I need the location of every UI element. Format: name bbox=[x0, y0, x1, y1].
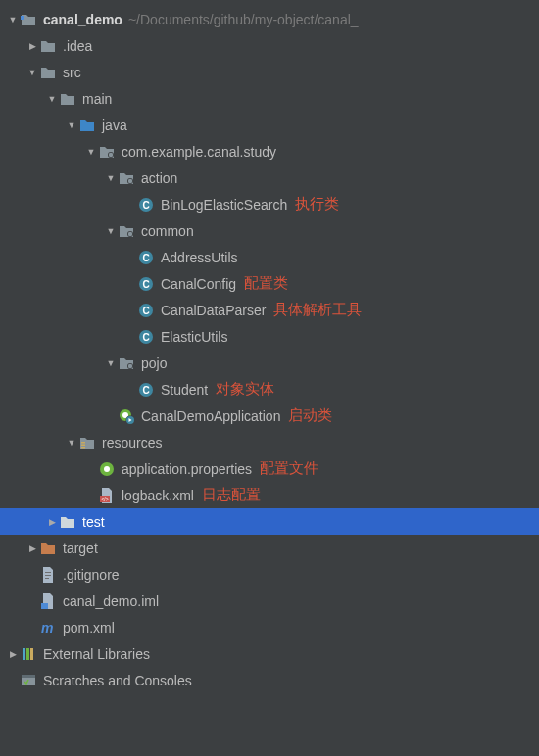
label: CanalConfig bbox=[161, 276, 236, 292]
label: target bbox=[63, 541, 98, 556]
chevron-right-icon[interactable]: ▶ bbox=[25, 41, 39, 51]
tree-row-scratches[interactable]: · Scratches and Consoles bbox=[0, 667, 539, 693]
label: common bbox=[141, 223, 194, 239]
chevron-down-icon[interactable]: ▼ bbox=[104, 358, 118, 368]
chevron-right-icon[interactable]: ▶ bbox=[25, 543, 39, 553]
tree-row-src[interactable]: ▼ src bbox=[0, 59, 539, 85]
svg-point-8 bbox=[128, 231, 132, 235]
tree-row-test[interactable]: ▶ test bbox=[0, 508, 539, 535]
label: ElasticUtils bbox=[161, 329, 227, 345]
class-icon: C bbox=[137, 275, 155, 293]
package-icon bbox=[118, 354, 135, 372]
chevron-down-icon[interactable]: ▼ bbox=[84, 147, 98, 157]
xml-file-icon: </> bbox=[98, 487, 116, 504]
label: Scratches and Consoles bbox=[43, 673, 192, 688]
svg-rect-25 bbox=[81, 444, 85, 446]
libraries-icon bbox=[20, 645, 37, 663]
tree-row-canalconfig[interactable]: · C CanalConfig 配置类 bbox=[0, 270, 539, 297]
tree-row-elasticutils[interactable]: · C ElasticUtils bbox=[0, 323, 539, 350]
annotation: 执行类 bbox=[295, 195, 339, 213]
folder-resources-icon bbox=[78, 434, 96, 451]
folder-excluded-icon bbox=[39, 540, 57, 557]
annotation: 对象实体 bbox=[216, 380, 274, 399]
tree-row-gitignore[interactable]: · .gitignore bbox=[0, 561, 539, 588]
tree-row-pom[interactable]: · m pom.xml bbox=[0, 614, 539, 640]
tree-row-pojo[interactable]: ▼ pojo bbox=[0, 350, 539, 376]
class-icon: C bbox=[137, 328, 155, 346]
folder-source-icon bbox=[78, 117, 96, 134]
svg-rect-36 bbox=[26, 648, 29, 660]
folder-icon bbox=[59, 513, 76, 531]
svg-rect-30 bbox=[45, 572, 51, 573]
label: External Libraries bbox=[43, 646, 150, 662]
label: pom.xml bbox=[63, 620, 115, 636]
label: com.example.canal.study bbox=[122, 144, 276, 160]
tree-row-student[interactable]: · C Student 对象实体 bbox=[0, 376, 539, 402]
tree-row-target[interactable]: ▶ target bbox=[0, 535, 539, 561]
label: src bbox=[63, 65, 81, 80]
svg-text:C: C bbox=[142, 200, 149, 211]
tree-row-java[interactable]: ▼ java bbox=[0, 112, 539, 138]
folder-icon bbox=[39, 37, 57, 55]
svg-text:</>: </> bbox=[101, 496, 108, 502]
tree-row-binlog[interactable]: · C BinLogElasticSearch 执行类 bbox=[0, 191, 539, 217]
tree-row-iml[interactable]: · canal_demo.iml bbox=[0, 588, 539, 614]
chevron-right-icon[interactable]: ▶ bbox=[45, 517, 59, 527]
svg-text:C: C bbox=[142, 306, 149, 316]
chevron-down-icon[interactable]: ▼ bbox=[65, 438, 78, 448]
svg-text:C: C bbox=[142, 385, 149, 396]
label: action bbox=[141, 170, 177, 186]
tree-row-package[interactable]: ▼ com.example.canal.study bbox=[0, 138, 539, 165]
label: .gitignore bbox=[63, 567, 120, 583]
spring-config-icon bbox=[98, 460, 116, 478]
tree-row-resources[interactable]: ▼ resources bbox=[0, 429, 539, 455]
folder-module-icon bbox=[20, 11, 37, 28]
tree-row-canaldemoapp[interactable]: · CanalDemoApplication 启动类 bbox=[0, 402, 539, 429]
svg-rect-0 bbox=[21, 16, 24, 20]
label: canal_demo.iml bbox=[63, 593, 159, 609]
svg-rect-37 bbox=[30, 648, 33, 660]
tree-row-main[interactable]: ▼ main bbox=[0, 85, 539, 112]
folder-icon bbox=[39, 64, 57, 81]
svg-rect-31 bbox=[45, 575, 51, 576]
svg-text:m: m bbox=[41, 620, 53, 636]
tree-row-common[interactable]: ▼ common bbox=[0, 217, 539, 244]
tree-row-canaldataparser[interactable]: · C CanalDataParser 具体解析工具 bbox=[0, 297, 539, 323]
chevron-down-icon[interactable]: ▼ bbox=[65, 120, 78, 130]
svg-point-4 bbox=[128, 178, 132, 182]
chevron-right-icon[interactable]: ▶ bbox=[6, 649, 20, 659]
chevron-down-icon[interactable]: ▼ bbox=[25, 68, 39, 77]
label: .idea bbox=[63, 38, 92, 54]
label: BinLogElasticSearch bbox=[161, 197, 287, 213]
spring-run-icon bbox=[118, 407, 135, 425]
tree-row-addressutils[interactable]: · C AddressUtils bbox=[0, 244, 539, 270]
label: java bbox=[102, 118, 127, 133]
tree-row-action[interactable]: ▼ action bbox=[0, 165, 539, 191]
chevron-down-icon[interactable]: ▼ bbox=[104, 173, 118, 183]
tree-row-idea[interactable]: ▶ .idea bbox=[0, 32, 539, 59]
tree-row-external-libs[interactable]: ▶ External Libraries bbox=[0, 640, 539, 667]
class-icon: C bbox=[137, 381, 155, 399]
tree-row-logback[interactable]: · </> logback.xml 日志配置 bbox=[0, 482, 539, 508]
class-icon: C bbox=[137, 302, 155, 319]
package-icon bbox=[98, 143, 116, 161]
label: application.properties bbox=[122, 461, 252, 477]
annotation: 日志配置 bbox=[202, 486, 261, 504]
scratches-icon bbox=[20, 672, 37, 689]
chevron-down-icon[interactable]: ▼ bbox=[104, 226, 118, 236]
tree-row-appprops[interactable]: · application.properties 配置文件 bbox=[0, 455, 539, 482]
label: CanalDemoApplication bbox=[141, 408, 280, 424]
annotation: 启动类 bbox=[288, 406, 332, 425]
svg-point-2 bbox=[109, 152, 113, 156]
package-icon bbox=[118, 169, 135, 187]
svg-rect-32 bbox=[45, 578, 49, 579]
svg-text:C: C bbox=[142, 279, 149, 290]
chevron-down-icon[interactable]: ▼ bbox=[6, 15, 20, 24]
label: Student bbox=[161, 382, 208, 398]
svg-rect-26 bbox=[81, 447, 85, 449]
svg-rect-35 bbox=[23, 648, 25, 660]
project-tree: ▼ canal_demo ~/Documents/github/my-objec… bbox=[0, 0, 539, 693]
tree-row-root[interactable]: ▼ canal_demo ~/Documents/github/my-objec… bbox=[0, 6, 539, 32]
label: AddressUtils bbox=[161, 250, 238, 265]
chevron-down-icon[interactable]: ▼ bbox=[45, 94, 59, 104]
